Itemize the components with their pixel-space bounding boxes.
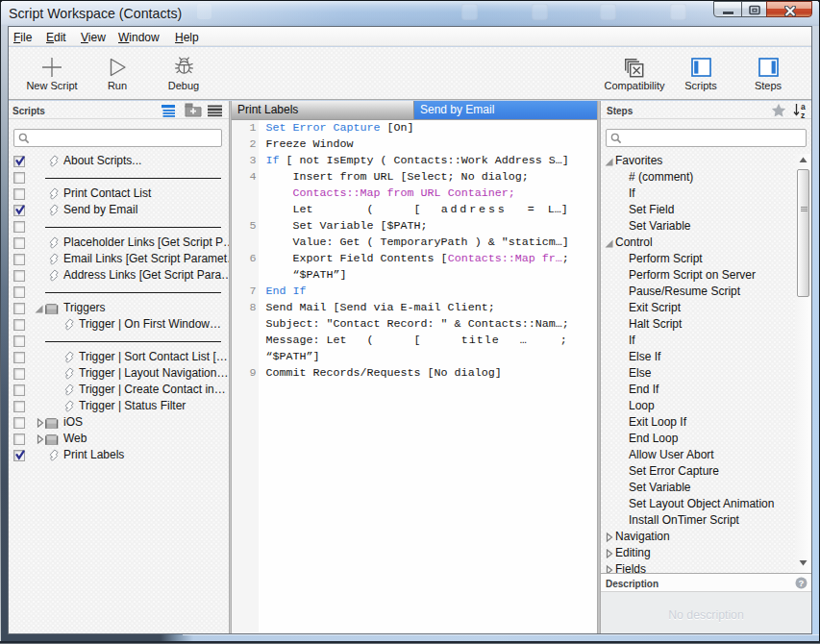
svg-text:?: ? [799,578,805,588]
svg-text:z: z [801,111,805,119]
